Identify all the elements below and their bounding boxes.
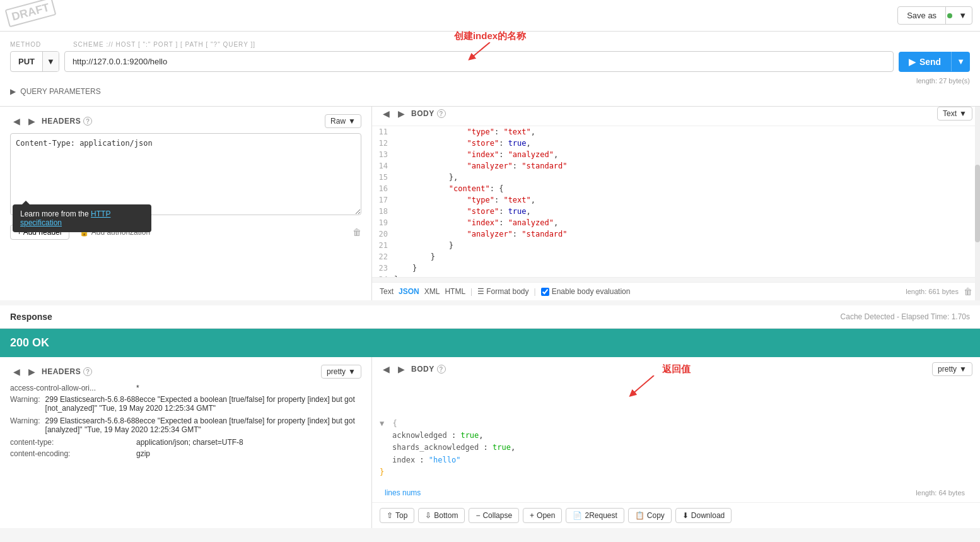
header-val: * bbox=[136, 384, 139, 392]
pretty-label: pretty bbox=[327, 367, 346, 376]
warning-val-1: 299 Elasticsearch-5.6.8-688ecce "Expecte… bbox=[45, 395, 361, 413]
save-as-button[interactable]: Save as ▼ bbox=[897, 6, 972, 25]
header-row-content-type: content-type: application/json; charset=… bbox=[10, 438, 361, 447]
resp-body-pretty-label: pretty bbox=[938, 365, 957, 374]
body-delete-icon[interactable]: 🗑 bbox=[964, 286, 972, 297]
response-body-code: ▼ { acknowledged : true, shards_acknowle… bbox=[372, 413, 980, 483]
code-line-23: 23 } bbox=[372, 262, 980, 274]
enable-eval-label[interactable]: Enable body evaluation bbox=[541, 287, 631, 296]
response-headers-panel-header: ◀ ▶ HEADERS ? pretty ▼ bbox=[10, 365, 361, 379]
body-right-arrow[interactable]: ▶ bbox=[395, 107, 407, 120]
status-bar: 200 OK bbox=[0, 329, 980, 357]
send-button[interactable]: ▶ Send ▼ bbox=[899, 52, 970, 72]
download-icon: ⬇ bbox=[682, 511, 689, 520]
response-body-panel: 返回值 ◀ ▶ B bbox=[372, 357, 980, 528]
response-header-bar: Response Cache Detected - Elapsed Time: … bbox=[0, 305, 980, 329]
menu-icon: ☰ bbox=[477, 287, 484, 296]
warning-key-1: Warning: bbox=[10, 395, 40, 413]
scrollbar-thumb[interactable] bbox=[975, 165, 980, 242]
save-as-dot bbox=[947, 13, 952, 18]
body-title: BODY ? bbox=[411, 109, 446, 118]
format-tab-xml[interactable]: XML bbox=[424, 287, 440, 296]
header-val-ct: application/json; charset=UTF-8 bbox=[136, 438, 243, 447]
panel-left-arrow[interactable]: ◀ bbox=[10, 115, 23, 127]
save-as-dropdown-arrow[interactable]: ▼ bbox=[954, 7, 972, 24]
format-tab-html[interactable]: HTML bbox=[445, 287, 465, 296]
send-main[interactable]: ▶ Send bbox=[899, 52, 951, 72]
resp-brace-close: } bbox=[380, 466, 972, 478]
enable-eval-checkbox[interactable] bbox=[541, 288, 549, 296]
headers-panel: Learn more from the HTTP specification ◀… bbox=[0, 107, 372, 300]
top-button[interactable]: ⇧ Top bbox=[380, 508, 414, 523]
length-info: length: 27 byte(s) bbox=[10, 77, 970, 85]
open-button[interactable]: + Open bbox=[523, 508, 562, 523]
headers-info-icon[interactable]: ? bbox=[83, 117, 92, 126]
resp-body-left-arrow[interactable]: ◀ bbox=[380, 363, 392, 375]
response-section: Response Cache Detected - Elapsed Time: … bbox=[0, 305, 980, 528]
code-line-18: 18 "store": true, bbox=[372, 206, 980, 217]
warning-row-2: Warning: 299 Elasticsearch-5.6.8-688ecce… bbox=[10, 416, 361, 434]
save-as-main[interactable]: Save as bbox=[898, 7, 946, 24]
resp-body-right-arrow[interactable]: ▶ bbox=[395, 363, 407, 375]
response-bottom-bar: ⇧ Top ⇩ Bottom − Collapse + Open 📄 2R bbox=[372, 502, 980, 528]
response-headers-content: access-control-allow-ori... * Warning: 2… bbox=[10, 384, 361, 458]
format-tab-json[interactable]: JSON bbox=[399, 287, 419, 296]
raw-arrow: ▼ bbox=[348, 117, 356, 126]
format-tab-text[interactable]: Text bbox=[380, 287, 394, 296]
response-body-section: ◀ ▶ HEADERS ? pretty ▼ access-control-al… bbox=[0, 357, 980, 528]
method-select[interactable]: PUT ▼ bbox=[10, 51, 59, 72]
resp-body-footer-top: lines nums length: 64 bytes bbox=[372, 483, 980, 502]
draft-stamp: DRAFT bbox=[5, 0, 57, 27]
resp-headers-info-icon[interactable]: ? bbox=[83, 367, 92, 376]
code-line-15: 15 }, bbox=[372, 172, 980, 183]
text-label: Text bbox=[943, 109, 957, 118]
resp-right-arrow[interactable]: ▶ bbox=[25, 365, 38, 378]
response-title: Response bbox=[10, 312, 52, 322]
bottom-icon: ⇩ bbox=[425, 511, 431, 520]
method-dropdown-arrow[interactable]: ▼ bbox=[42, 52, 59, 71]
warning-val-2: 299 Elasticsearch-5.6.8-688ecce "Expecte… bbox=[45, 416, 361, 434]
text-button[interactable]: Text ▼ bbox=[937, 107, 972, 121]
code-line-21: 21 } bbox=[372, 240, 980, 251]
lines-nums-button[interactable]: lines nums bbox=[380, 486, 426, 500]
body-nav-arrows: ◀ ▶ bbox=[380, 107, 407, 120]
resp-body-info-icon[interactable]: ? bbox=[437, 365, 446, 374]
url-input[interactable] bbox=[64, 51, 894, 72]
header-row-acl: access-control-allow-ori... * bbox=[10, 384, 361, 392]
method-value: PUT bbox=[11, 52, 42, 71]
open-icon: + bbox=[530, 511, 534, 520]
request-button[interactable]: 📄 2Request bbox=[566, 508, 624, 523]
top-bar: DRAFT Save as ▼ bbox=[0, 0, 980, 32]
main-content: Learn more from the HTTP specification ◀… bbox=[0, 107, 980, 300]
format-body-btn[interactable]: ☰ Format body bbox=[477, 287, 528, 296]
resp-body-length: length: 64 bytes bbox=[908, 486, 972, 499]
query-params-row[interactable]: ▶ QUERY PARAMETERS bbox=[10, 85, 970, 98]
code-line-12: 12 "store": true, bbox=[372, 138, 980, 149]
code-line-17: 17 "type": "text", bbox=[372, 194, 980, 206]
delete-icon[interactable]: 🗑 bbox=[353, 227, 361, 237]
response-headers-title: HEADERS ? bbox=[42, 367, 92, 376]
collapse-button[interactable]: − Collapse bbox=[469, 508, 519, 523]
scheme-label: SCHEME :// HOST [ ":" PORT ] [ PATH [ "?… bbox=[73, 41, 255, 48]
body-info-icon[interactable]: ? bbox=[437, 109, 446, 118]
copy-button[interactable]: 📋 Copy bbox=[628, 508, 672, 523]
header-key-enc: content-encoding: bbox=[10, 449, 136, 458]
bottom-button[interactable]: ⇩ Bottom bbox=[418, 508, 465, 523]
scrollbar-track[interactable] bbox=[975, 107, 980, 300]
resp-body-pretty-button[interactable]: pretty ▼ bbox=[932, 362, 972, 376]
pretty-button[interactable]: pretty ▼ bbox=[321, 365, 361, 379]
panel-right-arrow[interactable]: ▶ bbox=[25, 115, 38, 127]
footer-divider: | bbox=[470, 287, 472, 296]
resp-left-arrow[interactable]: ◀ bbox=[10, 365, 23, 378]
tooltip: Learn more from the HTTP specification bbox=[13, 204, 151, 232]
send-dropdown-arrow[interactable]: ▼ bbox=[951, 52, 970, 71]
headers-textarea[interactable]: Content-Type: application/json bbox=[10, 133, 361, 215]
body-left-arrow[interactable]: ◀ bbox=[380, 107, 392, 120]
raw-button[interactable]: Raw ▼ bbox=[325, 114, 361, 128]
body-footer: Text JSON XML HTML | ☰ Format body | Ena… bbox=[372, 282, 980, 300]
body-code-editor[interactable]: 11 "type": "text", 12 "store": true, 13 … bbox=[372, 126, 980, 277]
response-headers-panel: ◀ ▶ HEADERS ? pretty ▼ access-control-al… bbox=[0, 357, 372, 528]
download-button[interactable]: ⬇ Download bbox=[675, 508, 732, 523]
copy-icon: 📋 bbox=[635, 511, 645, 520]
resp-body-nav-arrows: ◀ ▶ bbox=[380, 363, 407, 375]
